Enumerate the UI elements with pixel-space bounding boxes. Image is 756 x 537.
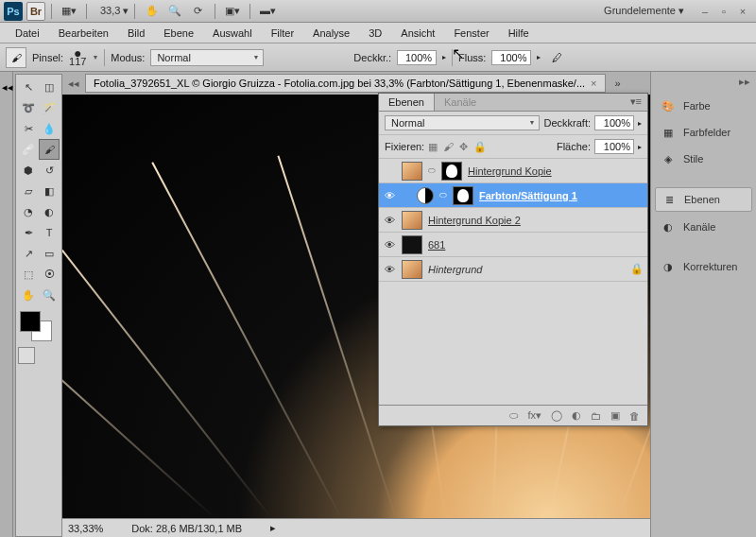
flow-field[interactable]: 100% (491, 50, 531, 65)
opacity-arrow-icon[interactable]: ▸ (638, 119, 642, 128)
screenmode-icon[interactable]: ▬▾ (256, 2, 279, 21)
stamp-tool-icon[interactable]: ⬢ (18, 160, 39, 181)
close-icon[interactable]: × (735, 5, 750, 18)
group-icon[interactable]: 🗀 (591, 410, 601, 422)
ps-app-icon[interactable]: Ps (4, 2, 23, 21)
zoom-level[interactable]: 33,3 ▾ (100, 5, 129, 17)
maximize-icon[interactable]: ▫ (716, 5, 731, 18)
layer-row[interactable]: 👁Hintergrund Kopie 2 (379, 208, 647, 233)
layer-opacity-field[interactable]: 100% (594, 115, 634, 130)
dock-swatches[interactable]: ▦Farbfelder (651, 119, 756, 146)
collapse-nub-icon[interactable]: ◂◂ (2, 81, 11, 91)
delete-icon[interactable]: 🗑 (629, 410, 640, 422)
pen-tool-icon[interactable]: ✒ (18, 222, 39, 243)
path-tool-icon[interactable]: ↗ (18, 243, 39, 264)
status-doc[interactable]: Dok: 28,6 MB/130,1 MB (131, 523, 242, 534)
color-swatches[interactable] (18, 309, 60, 343)
zoom-icon[interactable]: 🔍 (163, 2, 186, 21)
bridge-icon[interactable]: Br (26, 2, 45, 21)
menu-bild[interactable]: Bild (118, 25, 154, 42)
quickmask-icon[interactable] (18, 347, 35, 364)
eraser-tool-icon[interactable]: ▱ (18, 181, 39, 201)
layer-row[interactable]: 👁⬭Farbton/Sättigung 1 (379, 183, 647, 208)
hand-tool-icon[interactable]: ✋ (18, 285, 39, 305)
dock-channels[interactable]: ◐Kanäle (651, 214, 756, 240)
hand-icon[interactable]: ✋ (141, 2, 163, 21)
layer-thumb-icon[interactable] (402, 162, 422, 181)
menu-fenster[interactable]: Fenster (444, 25, 498, 42)
lock-pixels-icon[interactable]: 🖌 (443, 141, 454, 153)
fx-icon[interactable]: fx▾ (527, 409, 541, 422)
visibility-icon[interactable]: 👁 (383, 264, 396, 275)
mask-thumb-icon[interactable] (441, 162, 462, 181)
link-icon[interactable]: ⬭ (509, 409, 518, 422)
status-zoom[interactable]: 33,33% (68, 523, 103, 534)
dock-styles[interactable]: ◈Stile (651, 146, 756, 172)
layers-panel[interactable]: Ebenen Kanäle ▾≡ Normal Deckkraft: 100% … (378, 93, 648, 426)
layer-name[interactable]: Hintergrund Kopie (468, 165, 552, 177)
quickselect-tool-icon[interactable]: 🪄 (39, 97, 60, 118)
menu-hilfe[interactable]: Hilfe (499, 25, 539, 42)
document-tab[interactable]: Fotolia_3792651_XL © Giorgio Gruizza - F… (85, 74, 606, 93)
opacity-flyout-icon[interactable]: ▸ (442, 53, 446, 61)
dock-collapse-icon[interactable]: ▸▸ (739, 76, 750, 88)
opacity-field[interactable]: 100% (397, 50, 437, 65)
layer-row[interactable]: ⬭Hintergrund Kopie (379, 159, 647, 183)
chevron-down-icon[interactable]: ▼ (92, 54, 98, 61)
close-tab-icon[interactable]: × (591, 78, 596, 89)
rotate-icon[interactable]: ⟳ (186, 2, 209, 21)
flow-flyout-icon[interactable]: ▸ (537, 53, 541, 61)
mask-thumb-icon[interactable] (453, 186, 473, 205)
menu-bearbeiten[interactable]: Bearbeiten (49, 25, 118, 42)
fill-field[interactable]: 100% (594, 139, 634, 154)
layer-name[interactable]: Hintergrund (428, 264, 482, 275)
tab-channels[interactable]: Kanäle (435, 94, 486, 111)
lock-transparent-icon[interactable]: ▦ (428, 141, 438, 153)
marquee-tool-icon[interactable]: ◫ (39, 77, 60, 97)
lasso-tool-icon[interactable]: ➰ (18, 97, 39, 118)
minimize-icon[interactable]: – (697, 5, 713, 18)
visibility-icon[interactable]: 👁 (383, 190, 396, 201)
layer-thumb-icon[interactable] (402, 260, 422, 279)
fg-color-swatch[interactable] (20, 311, 41, 332)
crop-tool-icon[interactable]: ✂ (18, 118, 39, 139)
status-flyout-icon[interactable]: ▸ (270, 522, 276, 534)
brush-tool-icon[interactable]: 🖌 (39, 139, 60, 160)
lock-all-icon[interactable]: 🔒 (473, 141, 487, 153)
tab-overflow-icon[interactable]: » (611, 76, 625, 91)
layer-name[interactable]: Farbton/Sättigung 1 (479, 190, 577, 201)
tab-layers[interactable]: Ebenen (379, 94, 435, 111)
layer-blendmode-dropdown[interactable]: Normal (385, 115, 540, 130)
panel-menu-icon[interactable]: ▾≡ (625, 94, 647, 111)
layer-name[interactable]: Hintergrund Kopie 2 (428, 215, 521, 226)
arrange-icon[interactable]: ▣▾ (221, 2, 244, 21)
layer-thumb-icon[interactable] (402, 211, 422, 230)
type-tool-icon[interactable]: T (39, 222, 60, 243)
workspace-switcher[interactable]: Grundelemente ▾ (604, 5, 684, 17)
shape-tool-icon[interactable]: ▭ (39, 243, 60, 264)
airbrush-icon[interactable]: 🖊 (546, 47, 567, 68)
menu-ansicht[interactable]: Ansicht (391, 25, 444, 42)
menu-ebene[interactable]: Ebene (154, 25, 203, 42)
tool-preset-icon[interactable]: 🖌 (6, 47, 26, 68)
menu-3d[interactable]: 3D (359, 25, 391, 42)
lock-position-icon[interactable]: ✥ (459, 141, 468, 153)
dodge-tool-icon[interactable]: ◐ (39, 201, 60, 222)
adjustment-thumb-icon[interactable] (417, 187, 434, 204)
menu-filter[interactable]: Filter (262, 25, 303, 42)
layer-name[interactable]: 681 (428, 239, 445, 251)
menu-datei[interactable]: Datei (6, 25, 49, 42)
3dcam-tool-icon[interactable]: ⦿ (39, 264, 60, 285)
history-brush-tool-icon[interactable]: ↺ (39, 160, 60, 181)
layer-row[interactable]: 👁Hintergrund🔒 (379, 257, 647, 282)
heal-tool-icon[interactable]: 🩹 (18, 139, 39, 160)
blur-tool-icon[interactable]: ◔ (18, 201, 39, 222)
blend-mode-dropdown[interactable]: Normal (150, 49, 264, 66)
mask-icon[interactable]: ◯ (551, 409, 562, 422)
new-layer-icon[interactable]: ▣ (610, 409, 620, 422)
gradient-tool-icon[interactable]: ◧ (39, 181, 60, 201)
move-tool-icon[interactable]: ↖ (18, 77, 39, 97)
menu-analyse[interactable]: Analyse (303, 25, 359, 42)
eyedropper-tool-icon[interactable]: 💧 (39, 118, 60, 139)
visibility-icon[interactable]: 👁 (383, 215, 396, 226)
